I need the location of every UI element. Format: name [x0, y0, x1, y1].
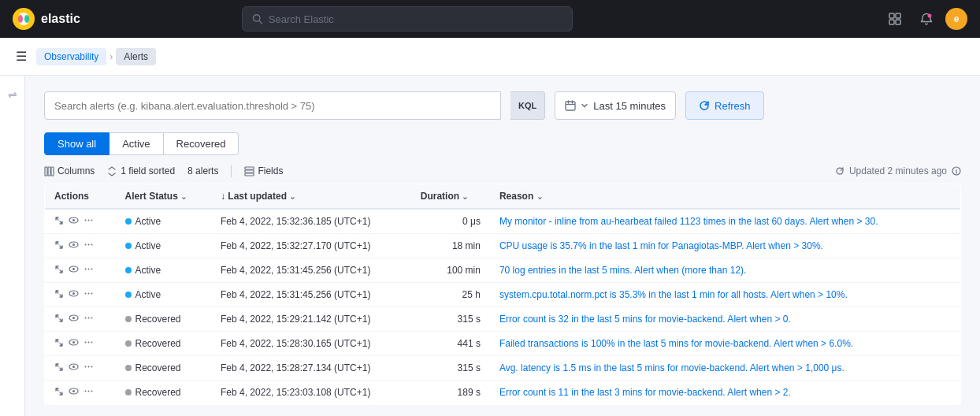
- svg-point-43: [88, 293, 90, 295]
- reason-link[interactable]: 70 log entries in the last 5 mins. Alert…: [499, 265, 747, 276]
- svg-point-28: [88, 220, 90, 221]
- cell-status: Recovered: [116, 356, 212, 381]
- global-search-input[interactable]: [269, 13, 562, 25]
- logo-text: elastic: [41, 12, 80, 26]
- eye-icon[interactable]: [69, 337, 79, 350]
- alerts-count: 8 alerts: [187, 165, 218, 176]
- status-text: Active: [135, 289, 161, 300]
- reason-link[interactable]: Error count is 32 in the last 5 mins for…: [499, 314, 791, 325]
- sort-control[interactable]: 1 field sorted: [107, 165, 175, 176]
- columns-label: Columns: [58, 165, 95, 176]
- expand-icon[interactable]: [54, 265, 64, 277]
- refresh-small-icon: [835, 166, 845, 176]
- svg-point-57: [85, 366, 87, 368]
- eye-icon[interactable]: [69, 215, 79, 228]
- more-icon[interactable]: [84, 386, 94, 399]
- global-search-bar[interactable]: [242, 6, 573, 32]
- eye-icon[interactable]: [69, 240, 79, 252]
- reason-link[interactable]: Failed transactions is 100% in the last …: [499, 338, 853, 349]
- svg-point-39: [91, 269, 93, 270]
- search-icon: [252, 13, 262, 24]
- more-icon[interactable]: [84, 288, 94, 301]
- kql-badge[interactable]: KQL: [510, 91, 545, 120]
- cell-duration: 25 h: [411, 283, 490, 307]
- refresh-button[interactable]: Refresh: [685, 91, 764, 120]
- status-dot: [125, 389, 132, 396]
- cell-reason: CPU usage is 35.7% in the last 1 min for…: [490, 234, 961, 258]
- reason-link[interactable]: Avg. latency is 1.5 ms in the last 5 min…: [499, 362, 845, 373]
- eye-icon[interactable]: [69, 386, 79, 399]
- alert-search-input[interactable]: [44, 91, 501, 120]
- col-duration[interactable]: Duration ⌄: [411, 184, 490, 210]
- tab-active[interactable]: Active: [110, 132, 163, 155]
- hamburger-btn[interactable]: ☰: [13, 46, 30, 67]
- user-avatar[interactable]: e: [945, 8, 967, 30]
- grid-icon-btn[interactable]: [882, 6, 908, 32]
- cell-status: Active: [116, 283, 212, 307]
- more-icon[interactable]: [84, 264, 94, 277]
- expand-icon[interactable]: [54, 314, 64, 325]
- expand-icon[interactable]: [54, 240, 64, 252]
- sort-label: 1 field sorted: [121, 165, 175, 176]
- columns-control[interactable]: Columns: [44, 165, 95, 176]
- expand-icon[interactable]: [54, 338, 64, 350]
- tab-recovered[interactable]: Recovered: [164, 132, 239, 155]
- svg-rect-12: [566, 102, 575, 110]
- row-actions: [54, 362, 106, 374]
- more-icon[interactable]: [84, 215, 94, 228]
- svg-rect-19: [245, 167, 254, 169]
- svg-point-27: [85, 220, 87, 221]
- row-actions: [54, 240, 106, 252]
- elastic-logo: elastic: [13, 8, 80, 30]
- status-dot: [125, 365, 132, 371]
- svg-point-32: [85, 244, 87, 246]
- reason-link[interactable]: CPU usage is 35.7% in the last 1 min for…: [499, 240, 823, 251]
- grid-icon: [889, 13, 901, 25]
- cell-last-updated: Feb 4, 2022, 15:29:21.142 (UTC+1): [211, 307, 411, 332]
- tab-show-all[interactable]: Show all: [44, 132, 110, 155]
- reason-link[interactable]: My monitor - inline from au-hearbeat fai…: [499, 216, 878, 227]
- bell-icon-btn[interactable]: [914, 6, 939, 32]
- col-last-updated[interactable]: ↓ Last updated ⌄: [211, 184, 411, 210]
- status-text: Recovered: [135, 387, 181, 398]
- nav-icons: e: [882, 6, 967, 32]
- reason-link[interactable]: system.cpu.total.norm.pct is 35.3% in th…: [499, 289, 848, 300]
- table-controls: Columns 1 field sorted 8 alerts Fields: [44, 165, 961, 177]
- eye-icon[interactable]: [69, 313, 79, 325]
- expand-icon[interactable]: [54, 216, 64, 228]
- status-text: Recovered: [135, 314, 181, 325]
- svg-point-47: [85, 318, 87, 319]
- svg-point-64: [91, 391, 93, 392]
- svg-point-41: [72, 292, 75, 295]
- fields-control[interactable]: Fields: [244, 165, 283, 176]
- reason-link[interactable]: Error count is 11 in the last 3 mins for…: [499, 387, 791, 398]
- table-row: Active Feb 4, 2022, 15:31:45.256 (UTC+1)…: [45, 258, 961, 283]
- more-icon[interactable]: [84, 313, 94, 325]
- col-reason-sort: ⌄: [536, 192, 543, 201]
- more-icon[interactable]: [84, 337, 94, 350]
- svg-point-62: [85, 391, 87, 392]
- svg-rect-18: [51, 167, 54, 176]
- cell-duration: 315 s: [411, 356, 490, 381]
- eye-icon[interactable]: [69, 288, 79, 301]
- col-reason[interactable]: Reason ⌄: [490, 184, 961, 210]
- more-icon[interactable]: [84, 362, 94, 374]
- svg-point-34: [91, 244, 93, 246]
- status-dot: [125, 292, 132, 298]
- svg-point-53: [88, 342, 90, 344]
- updated-info: Updated 2 minutes ago: [835, 165, 961, 176]
- expand-icon[interactable]: [54, 387, 64, 399]
- eye-icon[interactable]: [69, 264, 79, 277]
- eye-icon[interactable]: [69, 362, 79, 374]
- status-text: Recovered: [135, 362, 181, 373]
- expand-icon[interactable]: [54, 362, 64, 374]
- sidebar-toggle-icon[interactable]: ⇌: [8, 88, 17, 101]
- col-status[interactable]: Alert Status ⌄: [116, 184, 212, 210]
- svg-point-3: [18, 15, 23, 23]
- breadcrumb-observability[interactable]: Observability: [36, 48, 106, 65]
- col-actions[interactable]: Actions: [45, 184, 116, 210]
- expand-icon[interactable]: [54, 289, 64, 301]
- svg-point-29: [91, 220, 93, 221]
- date-picker[interactable]: Last 15 minutes: [555, 91, 676, 120]
- more-icon[interactable]: [84, 240, 94, 252]
